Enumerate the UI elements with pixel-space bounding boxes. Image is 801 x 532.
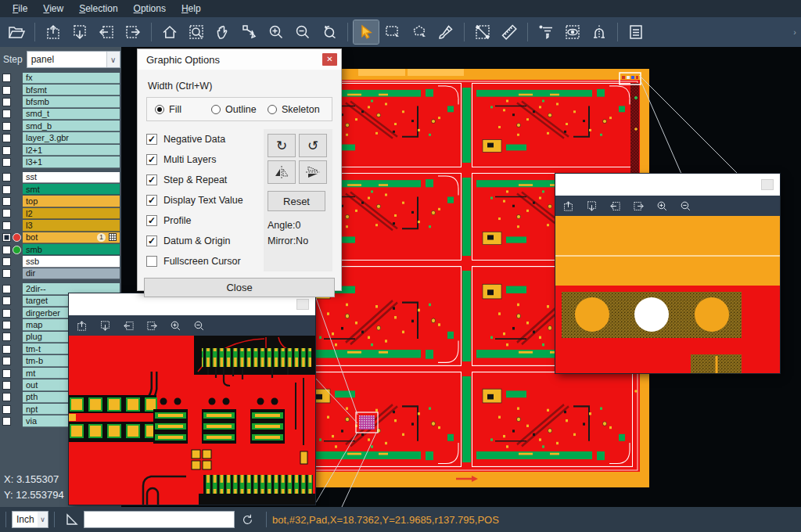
radio-outline[interactable]: Outline: [211, 104, 268, 115]
checkbox-negative-data[interactable]: ✓Negative Data: [146, 129, 260, 149]
report-list-icon[interactable]: [623, 20, 648, 44]
layer-name[interactable]: layer_3.gbr: [23, 132, 120, 143]
layer-row-l2[interactable]: l2: [0, 207, 121, 219]
dialog-titlebar[interactable]: Graphic Options ✕: [138, 49, 341, 70]
layer-visibility-checkbox[interactable]: [2, 269, 11, 278]
layer-name[interactable]: l3: [23, 220, 120, 231]
layer-name[interactable]: dir: [23, 268, 120, 279]
layer-name[interactable]: smt: [23, 184, 120, 195]
radio-circle[interactable]: [268, 105, 277, 114]
refresh-icon[interactable]: [241, 513, 254, 527]
layer-row-bfsmb[interactable]: bfsmb: [0, 96, 121, 108]
layer-visibility-checkbox[interactable]: [2, 393, 11, 401]
chevron-down-icon[interactable]: ∨: [106, 52, 120, 67]
layer-visibility-checkbox[interactable]: [2, 405, 11, 414]
net-trace-icon[interactable]: [587, 20, 612, 44]
layer-visibility-checkbox[interactable]: [2, 309, 11, 318]
layer-visibility-checkbox[interactable]: [2, 233, 11, 242]
checkbox-datum-origin[interactable]: ✓Datum & Origin: [146, 231, 260, 251]
checkbox-step-repeat[interactable]: ✓Step & Repeat: [146, 170, 260, 190]
send-top-icon[interactable]: [75, 319, 88, 332]
layer-visibility-checkbox[interactable]: [2, 122, 11, 131]
layer-name[interactable]: top: [23, 196, 120, 207]
layer-name[interactable]: fx: [23, 73, 120, 84]
layer-visibility-checkbox[interactable]: [2, 197, 11, 206]
close-button[interactable]: Close: [144, 278, 335, 297]
send-right-icon[interactable]: [120, 20, 145, 44]
layer-visibility-checkbox[interactable]: [2, 369, 11, 378]
checkbox-fullscreen-cursor[interactable]: Fullscreen Cursor: [146, 251, 260, 271]
magnifier-view-top[interactable]: [555, 216, 780, 373]
layer-visibility-checkbox[interactable]: [2, 257, 11, 266]
home-view-icon[interactable]: [157, 20, 182, 44]
layer-visibility-checkbox[interactable]: [2, 417, 11, 426]
layer-visibility-checkbox[interactable]: [2, 173, 11, 182]
open-file-icon[interactable]: [4, 20, 29, 44]
layer-row-layer_3.gbr[interactable]: layer_3.gbr: [0, 132, 121, 144]
rotate-ccw-button[interactable]: ↺: [299, 134, 327, 157]
reset-button[interactable]: Reset: [268, 191, 325, 211]
checkbox-box[interactable]: [146, 256, 157, 267]
checkbox-multi-layers[interactable]: ✓Multi Layers: [146, 149, 260, 170]
checkbox-profile[interactable]: ✓Profile: [146, 210, 260, 231]
layer-name[interactable]: l3+1: [23, 156, 120, 167]
checkbox-box[interactable]: ✓: [146, 174, 157, 185]
layer-visibility-checkbox[interactable]: [2, 209, 11, 217]
command-input[interactable]: [84, 511, 235, 528]
filter-icon[interactable]: [533, 20, 559, 44]
layer-name[interactable]: sst: [23, 172, 120, 183]
layer-row-sst[interactable]: sst: [0, 171, 121, 183]
send-left-icon[interactable]: [94, 20, 119, 44]
magnifier-window-titlebar[interactable]: [555, 174, 780, 196]
layer-row-l3[interactable]: l3: [0, 220, 121, 232]
layer-row-smd_t[interactable]: smd_t: [0, 108, 121, 120]
checkbox-box[interactable]: ✓: [146, 235, 157, 246]
layer-name[interactable]: bot1: [23, 232, 120, 243]
layer-visibility-checkbox[interactable]: [2, 110, 11, 118]
radio-skeleton[interactable]: Skeleton: [268, 104, 324, 115]
menu-item-options[interactable]: Options: [126, 1, 174, 16]
menu-item-selection[interactable]: Selection: [71, 1, 125, 16]
layer-row-smb[interactable]: smb: [0, 243, 121, 255]
zoom-in-icon[interactable]: [264, 20, 289, 44]
vertex-move-icon[interactable]: [237, 20, 262, 44]
layer-visibility-checkbox[interactable]: [2, 74, 11, 82]
layer-name[interactable]: smb: [23, 244, 120, 255]
corner-angle-icon[interactable]: [65, 512, 79, 527]
layer-row-l3+1[interactable]: l3+1: [0, 156, 121, 168]
radio-fill[interactable]: Fill: [155, 104, 211, 115]
zoom-out-icon[interactable]: [290, 20, 315, 44]
layer-name[interactable]: l2+1: [23, 145, 120, 156]
send-left-icon[interactable]: [122, 319, 135, 332]
send-bottom-icon[interactable]: [585, 200, 598, 213]
magnifier-window-bottom[interactable]: [69, 293, 315, 505]
layer-visibility-checkbox[interactable]: [2, 221, 11, 230]
rotate-cw-button[interactable]: ↻: [268, 134, 296, 157]
zoom-in-icon[interactable]: [656, 200, 669, 213]
checkbox-box[interactable]: ✓: [146, 134, 157, 145]
layer-name[interactable]: smd_t: [23, 109, 120, 120]
step-select[interactable]: panel ∨: [27, 51, 120, 68]
layer-row-bfsmt[interactable]: bfsmt: [0, 84, 121, 95]
layer-visibility-checkbox[interactable]: [2, 185, 11, 194]
layer-row-fx[interactable]: fx: [0, 72, 121, 84]
send-right-icon[interactable]: [145, 319, 159, 332]
ruler-icon[interactable]: [497, 20, 522, 44]
grid-table-icon[interactable]: [109, 233, 117, 241]
mirror-vertical-button[interactable]: [268, 160, 296, 184]
magnifier-window-top[interactable]: [555, 174, 780, 373]
radio-circle[interactable]: [155, 105, 164, 114]
select-cursor-icon[interactable]: [354, 20, 379, 44]
magnifier-view-bottom[interactable]: [69, 336, 315, 505]
brush-icon[interactable]: [433, 20, 458, 44]
send-bottom-icon[interactable]: [99, 319, 112, 332]
send-left-icon[interactable]: [609, 200, 622, 213]
send-top-icon[interactable]: [41, 20, 66, 44]
layer-row-l2+1[interactable]: l2+1: [0, 144, 121, 156]
zoom-out-icon[interactable]: [679, 200, 692, 213]
layer-name[interactable]: bfsmt: [23, 84, 120, 95]
layer-row-ssb[interactable]: ssb: [0, 256, 121, 268]
checkbox-box[interactable]: ✓: [146, 195, 157, 206]
menu-item-help[interactable]: Help: [174, 1, 209, 16]
layer-row-dir[interactable]: dir: [0, 268, 121, 279]
